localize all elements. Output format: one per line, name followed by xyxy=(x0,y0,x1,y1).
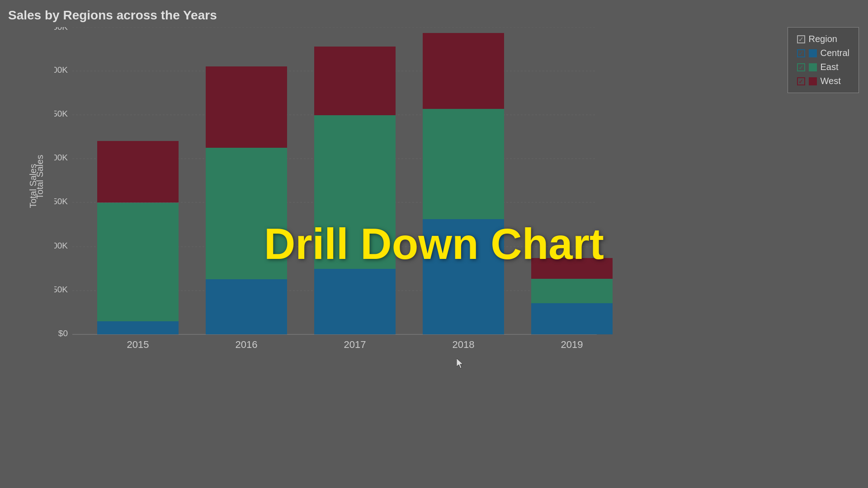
bar-2017-central[interactable] xyxy=(314,269,396,334)
legend-header: ✓ Region xyxy=(797,34,849,44)
chart-container: Sales by Regions across the Years Total … xyxy=(0,0,868,488)
bar-2015-east[interactable] xyxy=(97,203,179,322)
svg-text:$250K: $250K xyxy=(54,109,68,118)
legend-item-west[interactable]: ✓ West xyxy=(797,76,849,86)
legend-east-checkbox[interactable]: ✓ xyxy=(797,63,805,71)
svg-text:2019: 2019 xyxy=(561,339,583,350)
svg-text:$150K: $150K xyxy=(54,197,68,206)
chart-svg: $0 $50K $100K $150K $200K $250K $300K $3… xyxy=(54,27,615,352)
legend-east-color xyxy=(809,63,817,71)
legend-west-color xyxy=(809,77,817,85)
svg-text:$300K: $300K xyxy=(54,65,68,75)
svg-text:2015: 2015 xyxy=(127,339,149,350)
legend-west-checkbox[interactable]: ✓ xyxy=(797,77,805,85)
legend-central-color xyxy=(809,49,817,57)
svg-text:2018: 2018 xyxy=(453,339,475,350)
bar-2017-west[interactable] xyxy=(314,47,396,115)
y-axis-title-label: Total Sales xyxy=(35,155,45,199)
legend-central-checkbox[interactable]: ✓ xyxy=(797,49,805,57)
bar-2016-east[interactable] xyxy=(206,148,287,279)
legend-item-east[interactable]: ✓ East xyxy=(797,62,849,72)
legend-item-central[interactable]: ✓ Central xyxy=(797,48,849,58)
bar-2017-east[interactable] xyxy=(314,115,396,269)
bar-2015-central[interactable] xyxy=(97,321,179,334)
bar-2018-west[interactable] xyxy=(423,33,504,109)
bar-2015-west[interactable] xyxy=(97,141,179,202)
legend-central-label: Central xyxy=(821,48,849,58)
bar-2019-central[interactable] xyxy=(531,303,613,334)
legend-east-label: East xyxy=(821,62,839,72)
svg-text:$350K: $350K xyxy=(54,27,68,32)
bar-2018-east[interactable] xyxy=(423,109,504,219)
svg-text:$0: $0 xyxy=(58,328,68,338)
legend-west-label: West xyxy=(821,76,841,86)
bar-2019-east[interactable] xyxy=(531,279,613,303)
legend-region-label: Region xyxy=(809,34,837,44)
legend: ✓ Region ✓ Central ✓ East ✓ West xyxy=(788,27,859,93)
svg-text:$100K: $100K xyxy=(54,241,68,250)
chart-title: Sales by Regions across the Years xyxy=(8,8,217,23)
mouse-cursor xyxy=(457,358,465,368)
svg-text:2016: 2016 xyxy=(236,339,258,350)
svg-text:$200K: $200K xyxy=(54,153,68,162)
legend-header-checkbox[interactable]: ✓ xyxy=(797,35,805,43)
svg-marker-22 xyxy=(457,358,463,368)
bar-2016-central[interactable] xyxy=(206,279,287,334)
bar-2019-west[interactable] xyxy=(531,258,613,279)
bar-2016-west[interactable] xyxy=(206,66,287,148)
svg-text:2017: 2017 xyxy=(344,339,366,350)
chart-area: Total Sales $0 $50K $100K $150K xyxy=(36,27,615,371)
bar-2018-central[interactable] xyxy=(423,219,504,334)
svg-text:$50K: $50K xyxy=(54,285,68,294)
